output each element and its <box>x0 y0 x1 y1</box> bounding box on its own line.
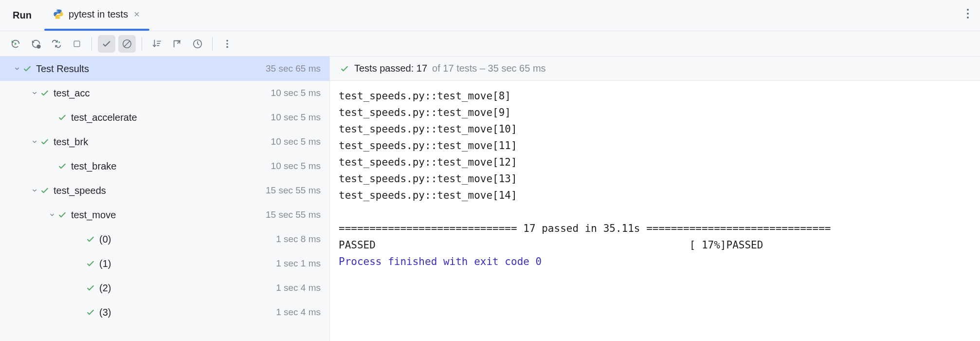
tree-node-time: 1 sec 4 ms <box>276 307 321 318</box>
tree-node[interactable]: (2) 1 sec 4 ms <box>0 276 329 300</box>
tree-node[interactable]: (1) 1 sec 1 ms <box>0 251 329 276</box>
tree-node-label: test_accelerate <box>71 112 271 123</box>
console-line: test_speeds.py::test_move[8] <box>339 90 517 102</box>
tree-node-time: 10 sec 5 ms <box>271 88 321 98</box>
tree-node-label: test_speeds <box>54 185 266 196</box>
toggle-auto-test-icon[interactable] <box>48 35 65 53</box>
show-passed-icon[interactable] <box>98 35 115 53</box>
sort-icon[interactable] <box>148 35 165 53</box>
pass-icon <box>86 283 95 293</box>
svg-rect-4 <box>74 41 80 47</box>
summary-passed: Tests passed: 17 <box>354 63 427 74</box>
tree-root-label: Test Results <box>36 63 266 75</box>
stop-icon[interactable] <box>68 35 86 53</box>
chevron-down-icon[interactable] <box>29 187 40 194</box>
expand-collapse-icon[interactable] <box>168 35 186 53</box>
test-tree[interactable]: Test Results 35 sec 65 ms test_acc 10 se… <box>0 57 330 341</box>
tree-node-label: (1) <box>99 258 276 269</box>
pass-icon <box>57 161 67 171</box>
tree-node-time: 10 sec 5 ms <box>271 136 321 147</box>
tree-root-time: 35 sec 65 ms <box>266 63 321 74</box>
pass-icon <box>340 64 349 74</box>
svg-point-3 <box>36 44 40 48</box>
tab-close-icon[interactable]: × <box>133 9 141 20</box>
toolbar-more-icon[interactable] <box>218 35 236 53</box>
svg-point-2 <box>967 17 969 19</box>
console-line: ============================= 17 passed … <box>339 223 831 234</box>
summary-suffix: of 17 tests – 35 sec 65 ms <box>432 63 545 74</box>
tree-node-label: test_acc <box>54 88 271 99</box>
svg-point-0 <box>967 9 969 11</box>
tab-overflow-menu[interactable] <box>966 8 969 19</box>
tree-node-time: 15 sec 55 ms <box>266 185 321 196</box>
tree-node-time: 10 sec 5 ms <box>271 161 321 171</box>
tree-node-label: test_brk <box>54 136 271 148</box>
pass-icon <box>40 137 50 147</box>
pass-icon <box>86 259 95 268</box>
chevron-down-icon[interactable] <box>29 90 40 96</box>
svg-point-1 <box>967 13 969 15</box>
console-exit-line: Process finished with exit code 0 <box>339 256 542 267</box>
pass-icon <box>22 64 32 74</box>
tree-node-time: 15 sec 55 ms <box>266 209 321 220</box>
console-line: PASSED [ 17%]PASSED <box>339 239 948 251</box>
console-line: test_speeds.py::test_move[10] <box>339 123 523 135</box>
svg-point-7 <box>226 39 228 41</box>
tree-node-time: 10 sec 5 ms <box>271 112 321 123</box>
toolbar-sep-2 <box>142 37 142 51</box>
pass-icon <box>86 307 95 317</box>
tab-pytest[interactable]: pytest in tests × <box>44 5 149 31</box>
chevron-down-icon[interactable] <box>47 211 57 218</box>
console-line: test_speeds.py::test_move[13] <box>339 173 523 185</box>
pass-icon <box>40 186 50 195</box>
pass-icon <box>40 88 50 98</box>
rerun-failed-icon[interactable] <box>27 35 45 53</box>
tree-node-label: (0) <box>99 234 276 245</box>
toolbar-sep-1 <box>91 37 92 51</box>
console-output[interactable]: test_speeds.py::test_move[8] test_speeds… <box>330 81 980 341</box>
output-panel: Tests passed: 17 of 17 tests – 35 sec 65… <box>330 57 980 341</box>
tree-node[interactable]: test_speeds 15 sec 55 ms <box>0 178 329 203</box>
pass-icon <box>86 234 95 244</box>
tree-node[interactable]: test_accelerate 10 sec 5 ms <box>0 105 329 130</box>
history-icon[interactable] <box>189 35 206 53</box>
chevron-down-icon[interactable] <box>12 65 22 72</box>
rerun-icon[interactable] <box>7 35 24 53</box>
tree-node-time: 1 sec 1 ms <box>276 258 321 269</box>
chevron-down-icon[interactable] <box>29 138 40 145</box>
tree-node-label: test_move <box>71 209 266 221</box>
tree-root[interactable]: Test Results 35 sec 65 ms <box>0 57 329 81</box>
output-summary: Tests passed: 17 of 17 tests – 35 sec 65… <box>330 57 980 81</box>
show-ignored-icon[interactable] <box>118 35 136 53</box>
tree-node-label: test_brake <box>71 161 271 172</box>
console-line: test_speeds.py::test_move[9] <box>339 107 517 118</box>
tree-node-label: (3) <box>99 307 276 318</box>
tree-node[interactable]: test_move 15 sec 55 ms <box>0 203 329 227</box>
console-line: test_speeds.py::test_move[14] <box>339 189 523 201</box>
test-toolbar <box>0 31 980 57</box>
tab-strip: Run pytest in tests × <box>0 0 980 31</box>
tree-node[interactable]: (3) 1 sec 4 ms <box>0 300 329 324</box>
tree-node[interactable]: test_brake 10 sec 5 ms <box>0 154 329 178</box>
tree-node-time: 1 sec 8 ms <box>276 234 321 245</box>
toolbar-sep-3 <box>212 37 213 51</box>
tree-node[interactable]: test_brk 10 sec 5 ms <box>0 130 329 154</box>
tab-label: pytest in tests <box>69 9 128 20</box>
tree-node-time: 1 sec 4 ms <box>276 283 321 293</box>
tree-node-label: (2) <box>99 283 276 294</box>
pass-icon <box>57 210 67 220</box>
console-line: test_speeds.py::test_move[11] <box>339 140 523 152</box>
svg-point-9 <box>226 46 228 48</box>
run-label: Run <box>0 10 44 31</box>
python-icon <box>53 9 64 19</box>
tree-node[interactable]: (0) 1 sec 8 ms <box>0 227 329 251</box>
tree-node[interactable]: test_acc 10 sec 5 ms <box>0 81 329 105</box>
pass-icon <box>57 113 67 122</box>
console-line: test_speeds.py::test_move[12] <box>339 156 523 168</box>
svg-point-8 <box>226 43 228 45</box>
